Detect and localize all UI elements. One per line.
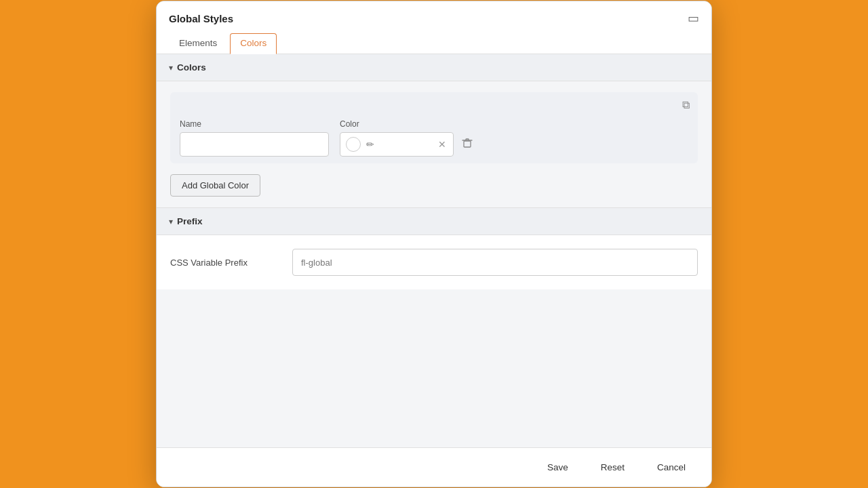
color-row-card: ⧉ Name Color ✏ — [170, 92, 698, 163]
colors-section-header[interactable]: ▾ Colors — [157, 54, 711, 81]
css-variable-label: CSS Variable Prefix — [170, 258, 279, 268]
add-global-color-button[interactable]: Add Global Color — [170, 174, 260, 197]
colors-chevron-icon: ▾ — [169, 63, 173, 73]
copy-icon[interactable]: ⧉ — [682, 99, 690, 111]
dialog-header: Global Styles ▭ — [157, 1, 711, 26]
color-text-input[interactable] — [380, 140, 434, 150]
minimize-icon[interactable]: ▭ — [688, 11, 699, 26]
prefix-section-header[interactable]: ▾ Prefix — [157, 208, 711, 235]
dialog-title: Global Styles — [169, 13, 233, 24]
color-field-group: Color ✏ ✕ — [340, 119, 473, 157]
prefix-section-content: CSS Variable Prefix — [157, 235, 711, 289]
colors-section-content: ⧉ Name Color ✏ — [157, 81, 711, 207]
color-swatch[interactable] — [346, 137, 361, 152]
trash-icon[interactable] — [462, 138, 473, 151]
eyedropper-icon[interactable]: ✏ — [363, 139, 377, 150]
dialog-body: ▾ Colors ⧉ Name Color — [157, 54, 711, 447]
dialog-footer: Save Reset Cancel — [157, 447, 711, 487]
cancel-button[interactable]: Cancel — [645, 458, 698, 477]
name-field-label: Name — [180, 119, 329, 129]
color-fields: Name Color ✏ ✕ — [180, 119, 688, 157]
reset-button[interactable]: Reset — [589, 458, 637, 477]
prefix-section-label: Prefix — [177, 216, 203, 226]
svg-rect-0 — [464, 141, 471, 147]
name-input[interactable] — [180, 132, 329, 157]
prefix-chevron-icon: ▾ — [169, 217, 173, 226]
global-styles-dialog: Global Styles ▭ Elements Colors ▾ Colors… — [156, 1, 712, 487]
close-color-icon[interactable]: ✕ — [437, 139, 448, 150]
color-input-group: ✏ ✕ — [340, 132, 454, 157]
name-field-group: Name — [180, 119, 329, 157]
css-variable-prefix-input[interactable] — [292, 249, 698, 276]
tabs-bar: Elements Colors — [157, 26, 711, 54]
tab-elements[interactable]: Elements — [169, 33, 227, 54]
color-field-label: Color — [340, 119, 473, 129]
prefix-row: CSS Variable Prefix — [170, 249, 698, 276]
tab-colors[interactable]: Colors — [230, 33, 277, 54]
colors-section-label: Colors — [177, 62, 206, 73]
save-button[interactable]: Save — [535, 458, 580, 477]
